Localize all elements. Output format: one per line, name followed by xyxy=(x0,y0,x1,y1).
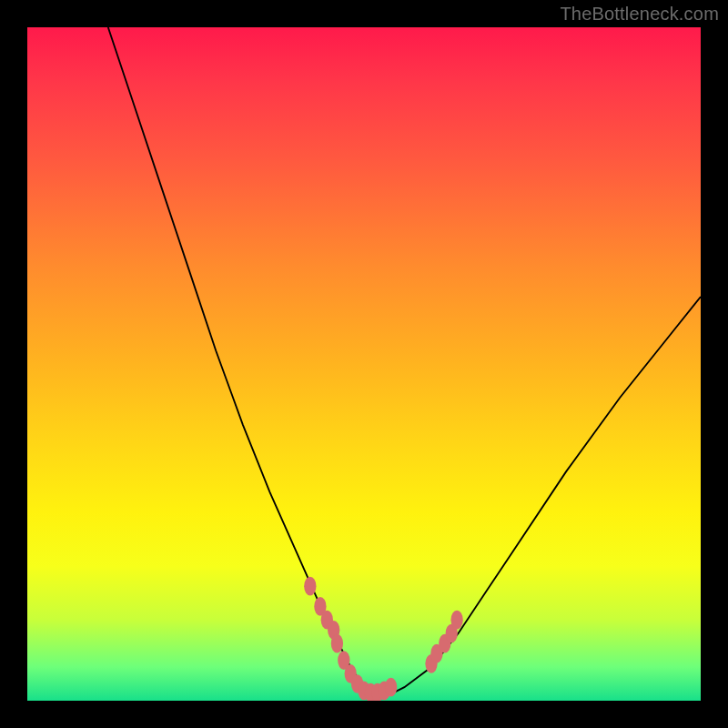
left-cluster-markers xyxy=(304,577,397,701)
right-cluster-markers xyxy=(425,611,462,673)
marker-dot xyxy=(331,634,343,653)
watermark-text: TheBottleneck.com xyxy=(560,4,719,25)
marker-dot xyxy=(385,678,397,697)
bottleneck-curve xyxy=(108,27,701,694)
marker-dot xyxy=(450,611,462,630)
curve-line xyxy=(108,27,701,694)
chart-frame: TheBottleneck.com xyxy=(0,0,728,728)
chart-svg xyxy=(27,27,701,701)
marker-dot xyxy=(304,577,316,596)
plot-area xyxy=(27,27,701,701)
